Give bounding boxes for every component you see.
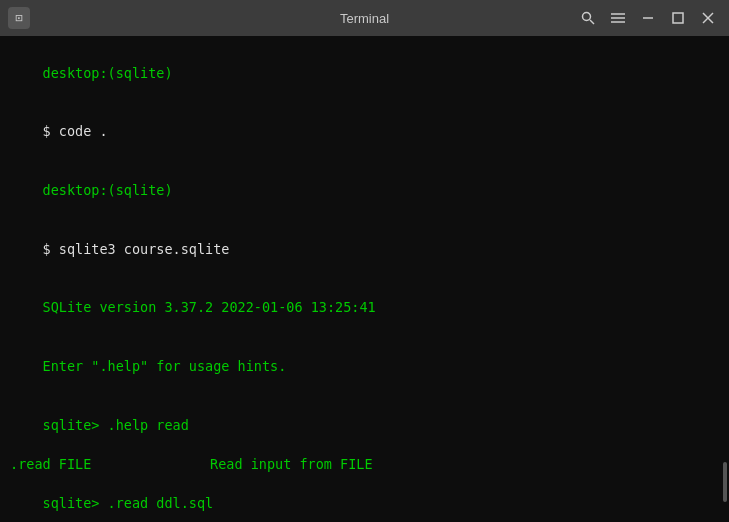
line-sqlite3-command: $ sqlite3 course.sqlite [10,220,719,279]
line-read-file-help: .read FILE Read input from FILE [10,455,719,475]
line-help-read-command: sqlite> .help read [10,396,719,455]
line-desktop-sqlite-2: desktop:(sqlite) [10,161,719,220]
search-button[interactable] [575,5,601,31]
titlebar-title: Terminal [340,11,389,26]
maximize-icon [672,12,684,24]
line-text: $ sqlite3 course.sqlite [43,241,230,257]
line-read-ddl-command: sqlite> .read ddl.sql [10,474,719,522]
line-text: sqlite> .help read [43,417,189,433]
close-button[interactable] [695,5,721,31]
line-text: desktop:(sqlite) [43,65,173,81]
minimize-button[interactable] [635,5,661,31]
svg-rect-6 [673,13,683,23]
line-text: SQLite version 3.37.2 2022-01-06 13:25:4… [43,299,376,315]
terminal-body[interactable]: desktop:(sqlite) $ code . desktop:(sqlit… [0,36,729,522]
maximize-button[interactable] [665,5,691,31]
titlebar-controls [575,5,721,31]
read-file-desc: Read input from FILE [210,455,373,475]
line-sqlite-version: SQLite version 3.37.2 2022-01-06 13:25:4… [10,279,719,338]
terminal-icon-glyph: ⊡ [15,11,22,25]
titlebar-left: ⊡ [8,7,48,29]
menu-button[interactable] [605,5,631,31]
svg-point-0 [583,13,591,21]
line-desktop-sqlite-1: desktop:(sqlite) [10,44,719,103]
read-file-label: .read FILE [10,455,210,475]
line-text: Enter ".help" for usage hints. [43,358,287,374]
line-code-dot: $ code . [10,103,719,162]
search-icon [581,11,595,25]
close-icon [702,12,714,24]
line-usage-hint: Enter ".help" for usage hints. [10,337,719,396]
hamburger-icon [611,12,625,24]
svg-line-1 [590,20,594,24]
minimize-icon [642,12,654,24]
terminal-app-icon: ⊡ [8,7,30,29]
scrollbar[interactable] [723,462,727,502]
line-text: $ code . [43,123,108,139]
line-text: sqlite> .read ddl.sql [43,495,214,511]
titlebar: ⊡ Terminal [0,0,729,36]
line-text: desktop:(sqlite) [43,182,173,198]
